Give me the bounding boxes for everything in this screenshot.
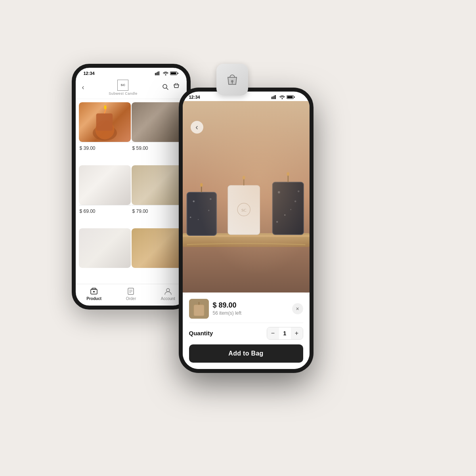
sheet-info: $ 89.00 56 item(s) left (213, 301, 288, 316)
quantity-decrease-button[interactable]: − (267, 327, 279, 339)
sheet-divider (189, 323, 303, 323)
navbar-brand: SC Subwest Candle (109, 80, 138, 96)
product-image-4 (132, 165, 184, 205)
app-navbar-left: ‹ SC Subwest Candle (76, 77, 187, 99)
svg-rect-7 (170, 72, 176, 74)
product-grid: $ 39.00 $ 59.00 $ 69.00 (76, 99, 187, 284)
quantity-value: 1 (279, 327, 291, 339)
svg-point-0 (231, 80, 233, 82)
back-button-left[interactable]: ‹ (82, 83, 84, 92)
bottom-sheet: $ 89.00 56 item(s) left × Quantity − 1 (183, 292, 310, 369)
product-price-2: $ 59.00 (132, 144, 184, 152)
close-button[interactable]: × (292, 303, 303, 314)
product-price-1: $ 39.00 (79, 144, 131, 152)
nav-label-product: Product (86, 296, 101, 301)
nav-label-account: Account (161, 296, 175, 301)
product-cell-1[interactable]: $ 39.00 (79, 102, 131, 164)
product-image-3 (79, 165, 131, 205)
phone-left: 12:34 ‹ SC Subwest Candle (72, 64, 191, 310)
product-cell-4[interactable]: $ 79.00 (132, 165, 184, 227)
quantity-row: Quantity − 1 + (189, 327, 303, 340)
svg-rect-3 (157, 72, 158, 75)
nav-item-order[interactable]: Order (113, 287, 149, 301)
sheet-thumbnail (189, 299, 209, 319)
cart-icon[interactable] (173, 83, 180, 92)
product-cell-6[interactable] (132, 228, 184, 281)
quantity-increase-button[interactable]: + (291, 327, 303, 339)
brand-name: Subwest Candle (109, 92, 138, 96)
product-price-4: $ 79.00 (132, 207, 184, 215)
phone-right: 12:34 ‹ (179, 88, 314, 373)
nav-item-product[interactable]: Product (76, 287, 113, 301)
product-price-3: $ 69.00 (79, 207, 131, 215)
sheet-header: $ 89.00 56 item(s) left × (189, 299, 303, 319)
back-button-right[interactable]: ‹ (191, 121, 203, 134)
status-icons-right (271, 95, 295, 99)
status-icons-left (155, 71, 179, 75)
sheet-price: $ 89.00 (213, 301, 288, 310)
svg-rect-4 (159, 71, 159, 75)
quantity-controls: − 1 + (267, 327, 303, 340)
status-time-left: 12:34 (84, 71, 95, 76)
svg-rect-1 (155, 73, 156, 75)
svg-rect-2 (156, 73, 157, 75)
sheet-stock: 56 item(s) left (213, 310, 288, 316)
svg-rect-24 (287, 96, 292, 98)
product-image-2 (132, 102, 184, 142)
product-cell-5[interactable] (79, 228, 131, 281)
status-time-right: 12:34 (189, 95, 200, 99)
bag-app-icon (216, 64, 248, 96)
svg-rect-8 (178, 73, 178, 74)
svg-rect-25 (294, 96, 295, 97)
svg-rect-19 (273, 96, 273, 99)
product-photo: ‹ (183, 101, 310, 292)
status-bar-left: 12:34 (76, 68, 187, 77)
svg-rect-20 (274, 96, 275, 99)
quantity-label: Quantity (189, 330, 213, 336)
product-image-6 (132, 228, 184, 268)
nav-label-order: Order (126, 296, 136, 301)
product-cell-3[interactable]: $ 69.00 (79, 165, 131, 227)
svg-rect-21 (275, 95, 276, 99)
product-image-1 (79, 102, 131, 142)
brand-logo: SC (117, 80, 128, 91)
navbar-actions (162, 83, 180, 92)
bottom-nav: Product Order Account (76, 284, 187, 306)
svg-point-5 (165, 74, 166, 75)
svg-point-22 (281, 98, 283, 99)
product-cell-2[interactable]: $ 59.00 (132, 102, 184, 164)
svg-point-17 (166, 289, 170, 292)
svg-rect-18 (271, 97, 272, 99)
svg-point-12 (93, 291, 95, 292)
app-scene: 12:34 ‹ SC Subwest Candle (60, 40, 417, 436)
product-image-5 (79, 228, 131, 268)
svg-line-10 (166, 88, 168, 90)
svg-rect-55 (194, 305, 204, 316)
add-to-bag-button[interactable]: Add to Bag (189, 344, 303, 363)
search-icon[interactable] (162, 83, 169, 92)
